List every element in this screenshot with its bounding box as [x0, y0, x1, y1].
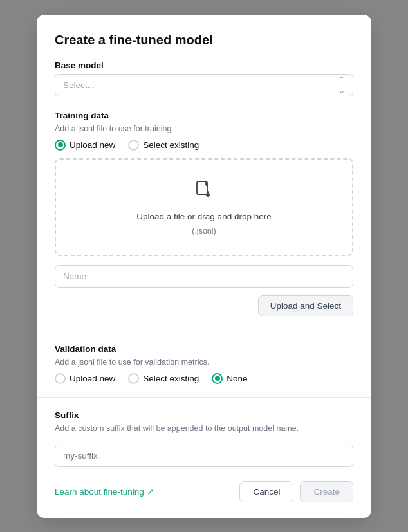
training-select-existing-radio[interactable] [128, 140, 139, 151]
training-dropzone[interactable]: Upload a file or drag and drop here (.js… [55, 158, 353, 256]
training-upload-new-label: Upload new [70, 140, 115, 150]
validation-data-section: Validation data Add a jsonl file to use … [55, 344, 353, 384]
training-upload-new-radio[interactable] [55, 140, 66, 151]
base-model-label: Base model [55, 60, 353, 70]
backdrop: Create a fine-tuned model Base model Sel… [0, 0, 408, 532]
section-divider-2 [37, 397, 371, 398]
base-model-select[interactable]: Select... [55, 74, 353, 96]
training-select-existing-label: Select existing [143, 140, 199, 150]
dropzone-text: Upload a file or drag and drop here [136, 212, 271, 221]
validation-none-radio[interactable] [212, 373, 223, 384]
suffix-desc: Add a custom suffix that will be appende… [55, 424, 353, 433]
modal-title: Create a fine-tuned model [55, 33, 353, 48]
training-name-input[interactable] [55, 265, 353, 288]
upload-file-icon [194, 179, 214, 204]
validation-select-existing-label: Select existing [143, 374, 199, 383]
validation-none-label: None [227, 374, 247, 383]
learn-fine-tuning-link[interactable]: Learn about fine-tuning ↗ [55, 486, 154, 497]
base-model-section: Base model Select... ⌃⌄ [55, 60, 353, 96]
training-radio-group: Upload new Select existing [55, 140, 353, 151]
training-select-existing-option[interactable]: Select existing [128, 140, 199, 151]
cancel-button[interactable]: Cancel [239, 481, 293, 502]
validation-select-existing-radio[interactable] [128, 373, 139, 384]
training-data-label: Training data [55, 111, 353, 120]
upload-and-select-button[interactable]: Upload and Select [258, 295, 353, 316]
dropzone-hint: (.jsonl) [192, 226, 216, 235]
section-divider [37, 331, 371, 331]
suffix-label: Suffix [55, 410, 353, 420]
create-button[interactable]: Create [300, 481, 353, 502]
modal-footer: Learn about fine-tuning ↗ Cancel Create [55, 481, 353, 502]
validation-radio-group: Upload new Select existing None [55, 373, 353, 384]
validation-upload-new-option[interactable]: Upload new [55, 373, 115, 384]
footer-buttons: Cancel Create [239, 481, 353, 502]
validation-select-existing-option[interactable]: Select existing [128, 373, 199, 384]
validation-data-label: Validation data [55, 344, 353, 354]
training-data-desc: Add a jsonl file to use for training. [55, 124, 353, 133]
suffix-input[interactable] [55, 445, 353, 467]
modal-dialog: Create a fine-tuned model Base model Sel… [37, 15, 371, 518]
validation-data-desc: Add a jsonl file to use for validation m… [55, 358, 353, 367]
training-data-section: Training data Add a jsonl file to use fo… [55, 111, 353, 316]
base-model-select-wrapper: Select... ⌃⌄ [55, 74, 353, 96]
upload-select-btn-wrapper: Upload and Select [55, 295, 353, 316]
training-upload-new-option[interactable]: Upload new [55, 140, 115, 151]
validation-upload-new-label: Upload new [70, 374, 115, 383]
validation-upload-new-radio[interactable] [55, 373, 66, 384]
validation-none-option[interactable]: None [212, 373, 247, 384]
suffix-section: Suffix Add a custom suffix that will be … [55, 410, 353, 467]
